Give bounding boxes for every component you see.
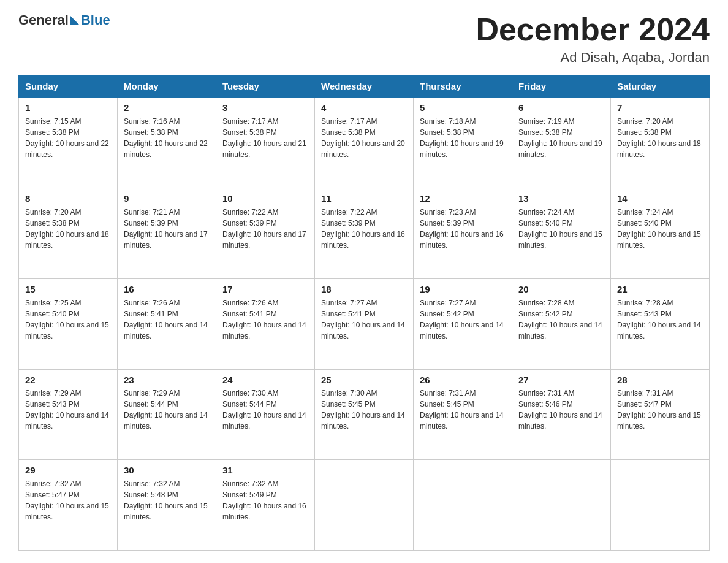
day-number: 13 bbox=[518, 192, 604, 205]
day-info: Sunrise: 7:18 AMSunset: 5:38 PMDaylight:… bbox=[420, 116, 506, 160]
table-row bbox=[611, 460, 710, 551]
table-row: 21Sunrise: 7:28 AMSunset: 5:43 PMDayligh… bbox=[611, 278, 710, 369]
header-saturday: Saturday bbox=[611, 76, 710, 98]
table-row bbox=[414, 460, 512, 551]
day-number: 19 bbox=[420, 283, 506, 296]
page-container: General Blue December 2024 Ad Disah, Aqa… bbox=[0, 0, 728, 563]
day-number: 28 bbox=[617, 373, 703, 387]
table-row: 14Sunrise: 7:24 AMSunset: 5:40 PMDayligh… bbox=[611, 188, 710, 279]
table-row: 26Sunrise: 7:31 AMSunset: 5:45 PMDayligh… bbox=[414, 369, 512, 460]
day-number: 22 bbox=[25, 373, 111, 387]
day-info: Sunrise: 7:28 AMSunset: 5:43 PMDaylight:… bbox=[617, 297, 703, 342]
day-info: Sunrise: 7:24 AMSunset: 5:40 PMDaylight:… bbox=[617, 207, 703, 251]
day-number: 24 bbox=[222, 373, 308, 387]
logo-blue-text: Blue bbox=[81, 12, 110, 28]
day-number: 20 bbox=[518, 283, 604, 296]
day-number: 21 bbox=[617, 283, 703, 296]
day-number: 12 bbox=[420, 192, 506, 205]
table-row: 18Sunrise: 7:27 AMSunset: 5:41 PMDayligh… bbox=[315, 278, 414, 369]
day-number: 18 bbox=[321, 283, 407, 296]
table-row: 5Sunrise: 7:18 AMSunset: 5:38 PMDaylight… bbox=[414, 97, 512, 188]
calendar-week-5: 29Sunrise: 7:32 AMSunset: 5:47 PMDayligh… bbox=[19, 460, 710, 551]
table-row: 27Sunrise: 7:31 AMSunset: 5:46 PMDayligh… bbox=[512, 369, 611, 460]
header-monday: Monday bbox=[118, 76, 216, 98]
day-info: Sunrise: 7:22 AMSunset: 5:39 PMDaylight:… bbox=[222, 207, 308, 251]
day-info: Sunrise: 7:30 AMSunset: 5:44 PMDaylight:… bbox=[222, 388, 308, 432]
day-number: 26 bbox=[420, 373, 506, 387]
calendar-header-row: Sunday Monday Tuesday Wednesday Thursday… bbox=[19, 76, 710, 98]
day-number: 1 bbox=[25, 101, 111, 115]
table-row: 7Sunrise: 7:20 AMSunset: 5:38 PMDaylight… bbox=[611, 97, 710, 188]
day-info: Sunrise: 7:25 AMSunset: 5:40 PMDaylight:… bbox=[25, 297, 111, 342]
day-number: 15 bbox=[25, 283, 111, 296]
day-number: 2 bbox=[124, 101, 210, 115]
day-number: 11 bbox=[321, 192, 407, 205]
day-info: Sunrise: 7:20 AMSunset: 5:38 PMDaylight:… bbox=[617, 116, 703, 160]
day-number: 27 bbox=[518, 373, 604, 387]
day-info: Sunrise: 7:29 AMSunset: 5:43 PMDaylight:… bbox=[25, 388, 111, 432]
day-info: Sunrise: 7:22 AMSunset: 5:39 PMDaylight:… bbox=[321, 207, 407, 251]
day-number: 30 bbox=[124, 464, 210, 477]
table-row: 20Sunrise: 7:28 AMSunset: 5:42 PMDayligh… bbox=[512, 278, 611, 369]
day-info: Sunrise: 7:20 AMSunset: 5:38 PMDaylight:… bbox=[25, 207, 111, 251]
day-number: 17 bbox=[222, 283, 308, 296]
day-info: Sunrise: 7:31 AMSunset: 5:45 PMDaylight:… bbox=[420, 388, 506, 432]
logo-flag-icon bbox=[70, 16, 79, 25]
calendar-table: Sunday Monday Tuesday Wednesday Thursday… bbox=[18, 75, 710, 551]
table-row: 17Sunrise: 7:26 AMSunset: 5:41 PMDayligh… bbox=[216, 278, 315, 369]
table-row: 11Sunrise: 7:22 AMSunset: 5:39 PMDayligh… bbox=[315, 188, 414, 279]
header-wednesday: Wednesday bbox=[315, 76, 414, 98]
table-row: 30Sunrise: 7:32 AMSunset: 5:48 PMDayligh… bbox=[118, 460, 216, 551]
logo-text: General Blue bbox=[18, 12, 110, 28]
day-info: Sunrise: 7:32 AMSunset: 5:47 PMDaylight:… bbox=[25, 478, 111, 523]
header-friday: Friday bbox=[512, 76, 611, 98]
header-sunday: Sunday bbox=[19, 76, 118, 98]
table-row: 16Sunrise: 7:26 AMSunset: 5:41 PMDayligh… bbox=[118, 278, 216, 369]
day-info: Sunrise: 7:24 AMSunset: 5:40 PMDaylight:… bbox=[518, 207, 604, 251]
table-row: 12Sunrise: 7:23 AMSunset: 5:39 PMDayligh… bbox=[414, 188, 512, 279]
day-number: 8 bbox=[25, 192, 111, 205]
table-row: 4Sunrise: 7:17 AMSunset: 5:38 PMDaylight… bbox=[315, 97, 414, 188]
table-row: 29Sunrise: 7:32 AMSunset: 5:47 PMDayligh… bbox=[19, 460, 118, 551]
day-number: 16 bbox=[124, 283, 210, 296]
logo-general-text: General bbox=[18, 12, 69, 28]
table-row: 24Sunrise: 7:30 AMSunset: 5:44 PMDayligh… bbox=[216, 369, 315, 460]
day-number: 6 bbox=[518, 101, 604, 115]
header-tuesday: Tuesday bbox=[216, 76, 315, 98]
day-info: Sunrise: 7:29 AMSunset: 5:44 PMDaylight:… bbox=[124, 388, 210, 432]
day-info: Sunrise: 7:28 AMSunset: 5:42 PMDaylight:… bbox=[518, 297, 604, 342]
day-number: 23 bbox=[124, 373, 210, 387]
day-number: 25 bbox=[321, 373, 407, 387]
table-row: 6Sunrise: 7:19 AMSunset: 5:38 PMDaylight… bbox=[512, 97, 611, 188]
table-row: 1Sunrise: 7:15 AMSunset: 5:38 PMDaylight… bbox=[19, 97, 118, 188]
day-info: Sunrise: 7:26 AMSunset: 5:41 PMDaylight:… bbox=[222, 297, 308, 342]
table-row: 15Sunrise: 7:25 AMSunset: 5:40 PMDayligh… bbox=[19, 278, 118, 369]
day-info: Sunrise: 7:19 AMSunset: 5:38 PMDaylight:… bbox=[518, 116, 604, 160]
day-info: Sunrise: 7:21 AMSunset: 5:39 PMDaylight:… bbox=[124, 207, 210, 251]
table-row: 28Sunrise: 7:31 AMSunset: 5:47 PMDayligh… bbox=[611, 369, 710, 460]
day-info: Sunrise: 7:30 AMSunset: 5:45 PMDaylight:… bbox=[321, 388, 407, 432]
day-number: 4 bbox=[321, 101, 407, 115]
calendar-week-1: 1Sunrise: 7:15 AMSunset: 5:38 PMDaylight… bbox=[19, 97, 710, 188]
table-row: 3Sunrise: 7:17 AMSunset: 5:38 PMDaylight… bbox=[216, 97, 315, 188]
table-row bbox=[315, 460, 414, 551]
day-info: Sunrise: 7:27 AMSunset: 5:42 PMDaylight:… bbox=[420, 297, 506, 342]
day-info: Sunrise: 7:15 AMSunset: 5:38 PMDaylight:… bbox=[25, 116, 111, 160]
table-row: 13Sunrise: 7:24 AMSunset: 5:40 PMDayligh… bbox=[512, 188, 611, 279]
day-number: 7 bbox=[617, 101, 703, 115]
day-info: Sunrise: 7:17 AMSunset: 5:38 PMDaylight:… bbox=[222, 116, 308, 160]
calendar-week-2: 8Sunrise: 7:20 AMSunset: 5:38 PMDaylight… bbox=[19, 188, 710, 279]
day-number: 5 bbox=[420, 101, 506, 115]
calendar-week-3: 15Sunrise: 7:25 AMSunset: 5:40 PMDayligh… bbox=[19, 278, 710, 369]
day-number: 29 bbox=[25, 464, 111, 477]
day-info: Sunrise: 7:17 AMSunset: 5:38 PMDaylight:… bbox=[321, 116, 407, 160]
main-title: December 2024 bbox=[476, 12, 710, 47]
day-number: 9 bbox=[124, 192, 210, 205]
day-info: Sunrise: 7:27 AMSunset: 5:41 PMDaylight:… bbox=[321, 297, 407, 342]
table-row: 10Sunrise: 7:22 AMSunset: 5:39 PMDayligh… bbox=[216, 188, 315, 279]
day-info: Sunrise: 7:31 AMSunset: 5:46 PMDaylight:… bbox=[518, 388, 604, 432]
table-row: 2Sunrise: 7:16 AMSunset: 5:38 PMDaylight… bbox=[118, 97, 216, 188]
calendar-week-4: 22Sunrise: 7:29 AMSunset: 5:43 PMDayligh… bbox=[19, 369, 710, 460]
day-info: Sunrise: 7:32 AMSunset: 5:48 PMDaylight:… bbox=[124, 478, 210, 523]
day-info: Sunrise: 7:16 AMSunset: 5:38 PMDaylight:… bbox=[124, 116, 210, 160]
